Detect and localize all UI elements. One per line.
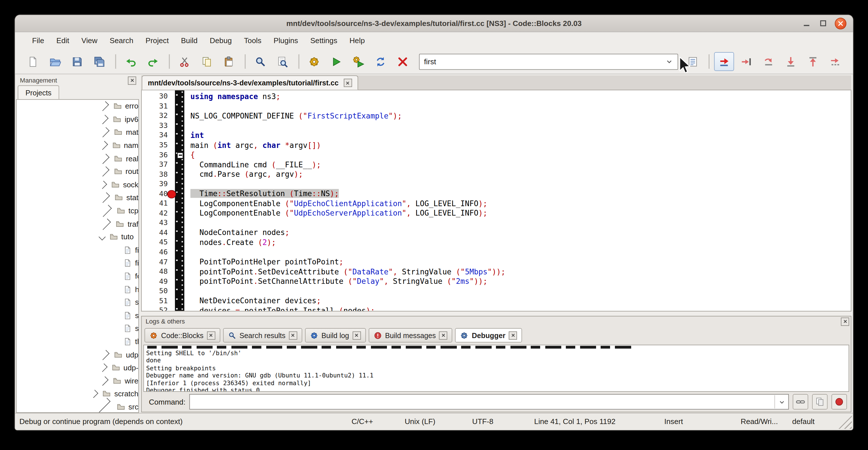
find-button[interactable]	[250, 52, 270, 71]
tree-item-th-18[interactable]: th	[17, 335, 138, 348]
title-bar[interactable]: mnt/dev/tools/source/ns-3-dev/examples/t…	[15, 15, 853, 32]
undo-button[interactable]	[121, 52, 141, 71]
redo-button[interactable]	[143, 52, 163, 71]
code-line-39[interactable]	[184, 179, 851, 189]
command-history-dropdown[interactable]	[774, 395, 788, 409]
minimize-button[interactable]	[802, 18, 811, 28]
chevron-right-icon[interactable]	[99, 376, 108, 386]
save-all-button[interactable]	[89, 52, 109, 71]
tree-item-mat-2[interactable]: mat	[17, 126, 138, 139]
logs-tab-close-button[interactable]	[289, 331, 297, 339]
tree-item-tcp-8[interactable]: tcp	[17, 205, 138, 217]
build-target-combo[interactable]: first	[419, 53, 678, 69]
chevron-right-icon[interactable]	[100, 205, 112, 217]
code-line-42[interactable]: LogComponentEnable ("UdpEchoServerApplic…	[184, 208, 851, 218]
tree-item-si-17[interactable]: si	[17, 322, 138, 335]
editor-tab-close-button[interactable]	[344, 79, 352, 87]
chevron-right-icon[interactable]	[99, 180, 107, 189]
copy-log-button[interactable]	[812, 394, 828, 410]
next-line-button[interactable]	[758, 52, 778, 71]
logs-tab-search-results[interactable]: Search results	[223, 328, 302, 342]
tree-item-ipv6-1[interactable]: ipv6	[17, 113, 138, 126]
debug-continue-button[interactable]	[714, 52, 734, 71]
editor-tab-first-cc[interactable]: mnt/dev/tools/source/ns-3-dev/examples/t…	[142, 76, 358, 90]
tree-item-traf-9[interactable]: traf	[17, 217, 138, 231]
chevron-right-icon[interactable]	[99, 363, 107, 372]
next-instruction-button[interactable]	[825, 52, 845, 71]
menu-plugins[interactable]: Plugins	[267, 36, 304, 45]
save-file-button[interactable]	[67, 52, 87, 71]
code-line-41[interactable]: LogComponentEnable ("UdpEchoClientApplic…	[184, 199, 851, 208]
code-line-32[interactable]: NS_LOG_COMPONENT_DEFINE ("FirstScriptExa…	[184, 111, 851, 120]
code-line-48[interactable]: pointToPoint.SetDeviceAttribute ("DataRa…	[184, 266, 851, 276]
menu-edit[interactable]: Edit	[50, 36, 75, 45]
chevron-right-icon[interactable]	[99, 350, 110, 360]
code-line-52[interactable]: devices = pointToPoint.Install (nodes);	[184, 305, 851, 311]
menu-debug[interactable]: Debug	[204, 36, 238, 45]
abort-build-button[interactable]	[392, 52, 412, 71]
tree-item-se-15[interactable]: se	[17, 296, 138, 309]
open-file-button[interactable]	[45, 52, 65, 71]
code-line-46[interactable]	[184, 247, 851, 257]
chevron-right-icon[interactable]	[99, 101, 109, 111]
paste-button[interactable]	[219, 52, 239, 71]
chevron-right-icon[interactable]	[99, 192, 110, 203]
code-area[interactable]: using namespace ns3;NS_LOG_COMPONENT_DEF…	[184, 91, 851, 311]
menu-search[interactable]: Search	[103, 36, 140, 45]
tree-item-rout-5[interactable]: rout	[17, 165, 138, 178]
build-button[interactable]	[304, 52, 324, 71]
logs-tab-debugger[interactable]: Debugger	[455, 328, 522, 342]
chevron-right-icon[interactable]	[99, 141, 108, 150]
code-line-47[interactable]: PointToPointHelper pointToPoint;	[184, 257, 851, 266]
tree-item-tuto-10[interactable]: tuto	[17, 231, 138, 244]
code-line-51[interactable]: NetDeviceContainer devices;	[184, 296, 851, 305]
new-file-button[interactable]	[23, 52, 43, 71]
code-line-33[interactable]	[184, 120, 851, 130]
tree-item-scratch-22[interactable]: scratch	[17, 387, 138, 400]
management-close-button[interactable]	[128, 76, 136, 85]
logs-tab-close-button[interactable]	[509, 331, 517, 339]
code-line-31[interactable]	[184, 101, 851, 111]
chevron-down-icon[interactable]	[99, 234, 106, 241]
code-line-35[interactable]: main (int argc, char *argv[])	[184, 140, 851, 150]
menu-project[interactable]: Project	[140, 36, 175, 45]
fold-margin[interactable]	[175, 90, 184, 311]
tree-item-sock-6[interactable]: sock	[17, 178, 138, 191]
tree-item-se-16[interactable]: se	[17, 309, 138, 322]
tree-item-udp-19[interactable]: udp	[17, 348, 138, 361]
breakpoint-marker[interactable]	[167, 190, 176, 199]
menu-settings[interactable]: Settings	[304, 36, 343, 45]
chevron-right-icon[interactable]	[90, 390, 98, 398]
horizontal-splitter[interactable]	[141, 311, 851, 316]
tree-item-stat-7[interactable]: stat	[17, 191, 138, 205]
chevron-right-icon[interactable]	[99, 127, 110, 138]
chevron-right-icon[interactable]	[99, 153, 110, 163]
tree-item-erro-0[interactable]: erro	[17, 100, 138, 113]
step-out-button[interactable]	[803, 52, 823, 71]
code-line-43[interactable]	[184, 218, 851, 228]
tree-item-wire-21[interactable]: wire	[17, 374, 138, 387]
tree-item-nam-3[interactable]: nam	[17, 139, 138, 152]
code-line-44[interactable]: NodeContainer nodes;	[184, 228, 851, 237]
build-and-run-button[interactable]	[348, 52, 368, 71]
code-line-34[interactable]: int	[184, 130, 851, 140]
tree-item-fir-12[interactable]: fir	[17, 257, 138, 270]
attach-button[interactable]	[793, 394, 808, 410]
code-editor[interactable]: 3031323334353637383940414243444546474849…	[141, 90, 851, 311]
fold-collapse-icon[interactable]	[177, 152, 183, 158]
step-into-button[interactable]	[780, 52, 800, 71]
cut-button[interactable]	[174, 52, 194, 71]
logs-tab-build-messages[interactable]: Build messages	[368, 328, 452, 342]
tree-item-udp-20[interactable]: udp-	[17, 361, 138, 374]
chevron-right-icon[interactable]	[99, 115, 108, 124]
code-line-49[interactable]: pointToPoint.SetChannelAttribute ("Delay…	[184, 276, 851, 286]
menu-help[interactable]: Help	[343, 36, 371, 45]
code-line-50[interactable]	[184, 286, 851, 296]
logs-tab-close-button[interactable]	[207, 331, 215, 339]
stop-debugger-button[interactable]	[832, 394, 847, 410]
code-line-36[interactable]: {	[184, 150, 851, 160]
menu-view[interactable]: View	[75, 36, 103, 45]
menu-build[interactable]: Build	[175, 36, 204, 45]
tree-item-real-4[interactable]: real	[17, 152, 138, 165]
code-line-45[interactable]: nodes.Create (2);	[184, 237, 851, 247]
